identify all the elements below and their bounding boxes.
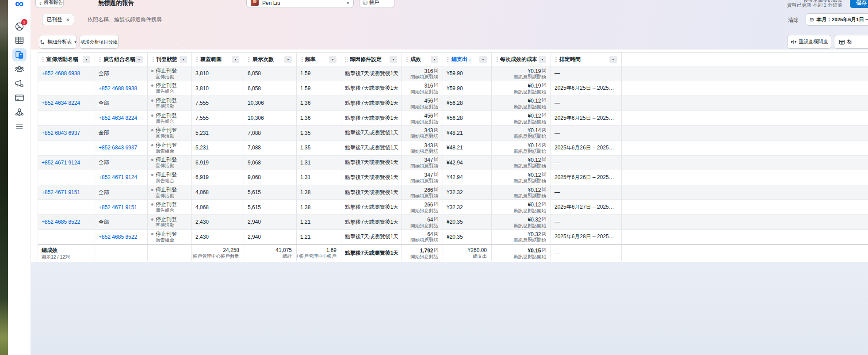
attribution-value: 點擊後7天或瀏覽後1天 xyxy=(345,99,397,107)
search-input[interactable] xyxy=(88,15,317,24)
cell-filler xyxy=(622,141,868,155)
drag-handle-icon[interactable] xyxy=(248,57,250,62)
drag-handle-icon[interactable] xyxy=(495,57,498,62)
drag-handle-icon[interactable] xyxy=(195,57,198,62)
ungroup-breakdowns-button[interactable]: 取消分析項目分組 xyxy=(80,35,119,49)
chevron-down-icon: ▾ xyxy=(74,40,76,44)
column-menu-icon[interactable]: ▾ xyxy=(390,56,397,63)
frequency-value: 1.38 xyxy=(300,189,336,195)
campaign-link[interactable]: +852 4685 8522 xyxy=(42,219,90,225)
audiences-icon[interactable] xyxy=(15,64,24,74)
adset-link[interactable]: +852 4685 8522 xyxy=(99,234,143,240)
adset-link[interactable]: +852 4634 8224 xyxy=(99,115,143,121)
metric-value: 266[2] xyxy=(424,201,438,208)
totals-title: 總成效 xyxy=(42,247,90,254)
adset-link[interactable]: +852 4671 9124 xyxy=(99,174,143,180)
campaigns-table-icon[interactable] xyxy=(15,35,24,45)
column-menu-icon[interactable]: ▾ xyxy=(135,56,143,63)
cell-adset-name: +852 4634 8224 xyxy=(95,111,148,126)
status-text: 停止刊登 xyxy=(156,98,177,103)
cell-total-reach: 24,258帳戶管理中心帳戶數量 xyxy=(192,245,244,261)
status-dot-icon xyxy=(151,218,153,221)
status-text: 停止刊登 xyxy=(156,113,177,118)
adset-all-label: 全部 xyxy=(99,218,143,226)
save-button[interactable]: 儲存 xyxy=(850,0,868,8)
campaign-link[interactable]: +852 4671 9151 xyxy=(42,189,90,195)
column-menu-icon[interactable]: ▾ xyxy=(284,56,292,63)
metric-value: ¥0.15[2] xyxy=(528,247,546,254)
ad-account-button[interactable]: 1個廣告帳戶 xyxy=(359,0,394,8)
adset-link[interactable]: +852 6843 6937 xyxy=(99,145,143,151)
all-tools-icon[interactable] xyxy=(15,122,24,131)
drag-handle-icon[interactable] xyxy=(99,57,101,62)
campaign-link[interactable]: +852 4688 6938 xyxy=(42,70,90,76)
events-manager-icon[interactable] xyxy=(15,107,24,117)
billing-icon[interactable] xyxy=(15,93,24,103)
adset-link[interactable]: +852 4688 6938 xyxy=(99,85,143,92)
cell-reach: 3,810 xyxy=(192,66,244,81)
date-range-button[interactable]: 本月：2025年6月1日 – 2 xyxy=(806,13,868,26)
column-menu-icon[interactable]: ▾ xyxy=(431,56,438,63)
account-overview-icon[interactable]: 1 xyxy=(15,22,24,31)
cell-delivery-status: 停止刊登廣告組合 xyxy=(148,200,192,214)
pivot-table-button[interactable]: 樞紐分析表 ▾ xyxy=(39,35,77,49)
column-header[interactable]: 總支出↓▾ xyxy=(443,53,492,66)
column-header[interactable]: 排定時間▾ xyxy=(551,53,622,66)
cell-reach: 2,430 xyxy=(192,230,244,244)
column-header[interactable]: 宣傳活動名稱▾ xyxy=(38,53,95,66)
column-menu-icon[interactable]: ▾ xyxy=(329,56,336,63)
filter-chip-published[interactable]: 已刊登 × xyxy=(42,14,74,25)
reset-column-width-button[interactable]: 重設直欄闊度 xyxy=(787,35,831,49)
advertising-settings-icon[interactable] xyxy=(15,79,24,88)
ref-marker: [2] xyxy=(434,217,438,221)
column-menu-icon[interactable]: ▾ xyxy=(83,56,90,63)
campaign-link[interactable]: +852 4671 9124 xyxy=(42,160,90,166)
reset-width-label: 重設直欄闊度 xyxy=(799,38,828,45)
drag-handle-icon[interactable] xyxy=(300,57,303,62)
ads-reporting-app: ∞ 1 xyxy=(0,0,868,355)
pivot-label: 樞紐分析表 xyxy=(47,38,72,45)
column-header[interactable]: 歸因條件設定▾ xyxy=(341,53,402,66)
column-header[interactable]: 頻率▾ xyxy=(297,53,341,66)
metric-value: 64[2] xyxy=(427,231,438,237)
cell-cost-per-result: ¥0.12[2]新訊息對話開始 xyxy=(492,96,551,111)
column-header[interactable]: 展示次數▾ xyxy=(244,53,297,66)
clear-filters-link[interactable]: 清除 xyxy=(788,16,799,24)
ref-marker: [2] xyxy=(542,68,546,73)
column-header[interactable]: 成效▾ xyxy=(402,53,443,66)
column-header[interactable]: 覆蓋範圍▾ xyxy=(192,53,244,66)
cell-filler xyxy=(622,230,868,244)
column-label: 廣告組合名稱 xyxy=(103,56,135,63)
column-header[interactable]: 廣告組合名稱▾ xyxy=(95,53,148,66)
drag-handle-icon[interactable] xyxy=(405,57,408,62)
reach-value: 4,068 xyxy=(195,204,239,210)
campaign-link[interactable]: +852 4634 8224 xyxy=(42,100,90,106)
column-header[interactable]: 每次成效的成本▾ xyxy=(492,53,551,66)
column-menu-icon[interactable]: ▾ xyxy=(479,56,487,63)
ads-reporting-icon[interactable] xyxy=(15,50,24,60)
metric-value: ¥0.12[2] xyxy=(528,201,546,208)
campaign-link[interactable]: +852 6843 6937 xyxy=(42,130,90,136)
account-dropdown[interactable]: Pen Liu ▾ xyxy=(246,0,354,8)
column-menu-icon[interactable]: ▾ xyxy=(609,56,617,63)
cell-campaign-name xyxy=(38,200,95,214)
close-icon[interactable]: × xyxy=(66,16,70,23)
back-to-all-reports-button[interactable]: ‹ 所有報告 xyxy=(35,0,64,8)
drag-handle-icon[interactable] xyxy=(345,57,348,62)
cell-impressions: 5,615 xyxy=(244,200,297,214)
column-menu-icon[interactable]: ▾ xyxy=(232,56,239,63)
frequency-value: 1.21 xyxy=(300,234,336,240)
drag-handle-icon[interactable] xyxy=(447,57,449,62)
column-menu-icon[interactable]: ▾ xyxy=(539,56,546,63)
drag-handle-icon[interactable] xyxy=(151,57,154,62)
table-row: +852 4685 8522停止刊登廣告組合2,4302,9401.21點擊後7… xyxy=(38,230,868,245)
adset-link[interactable]: +852 4671 9151 xyxy=(99,204,143,210)
column-header-filler xyxy=(622,53,868,66)
column-menu-icon[interactable]: ▾ xyxy=(180,56,187,63)
column-header[interactable]: 刊登狀態▾ xyxy=(148,53,192,66)
drag-handle-icon[interactable] xyxy=(42,57,44,62)
format-button[interactable]: 格 xyxy=(834,35,868,49)
drag-handle-icon[interactable] xyxy=(554,57,557,62)
frequency-value: 1.36 xyxy=(300,115,336,121)
meta-logo-icon[interactable]: ∞ xyxy=(15,0,23,8)
